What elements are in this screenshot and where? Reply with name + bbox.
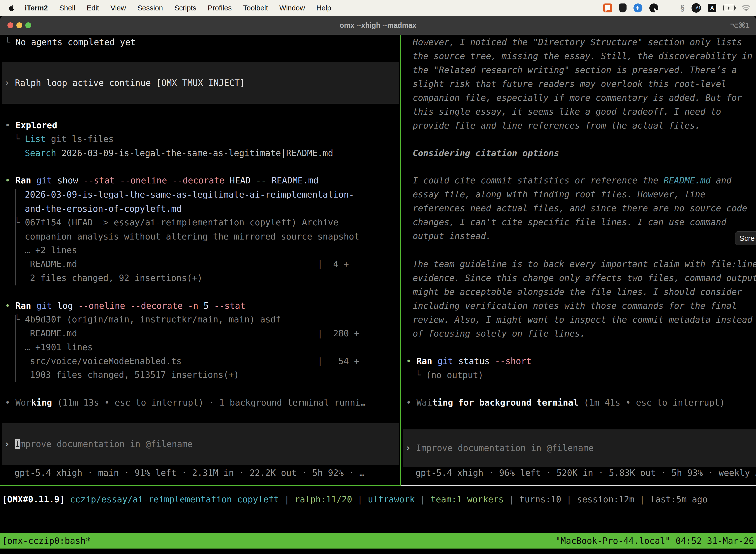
menu-item-session[interactable]: Session xyxy=(137,4,163,12)
right-chat-input[interactable]: › Improve documentation in @filename xyxy=(403,429,756,466)
keyboard-shield-icon[interactable] xyxy=(619,3,627,12)
reasoning-text-line: references need actual files, and since … xyxy=(413,201,747,215)
wifi-icon[interactable] xyxy=(742,4,751,11)
reasoning-text-line: changes, I can't cite specific file line… xyxy=(413,215,726,229)
diffstat-line: README.md | 4 + xyxy=(25,257,349,271)
menu-item-profiles[interactable]: Profiles xyxy=(208,4,232,12)
explored-header: • Explored xyxy=(5,118,57,132)
working-status-line: • Working (11m 13s • esc to interrupt) ·… xyxy=(5,396,366,410)
screen-tooltip-label: Scre xyxy=(739,234,755,242)
commit-line: └ 4b9d30f (origin/main, instructkr/main,… xyxy=(14,313,281,327)
reasoning-text-line: review. Also, I might want to inspect th… xyxy=(413,313,753,327)
left-chat-input[interactable]: › Improve documentation in @filename xyxy=(2,423,399,465)
reasoning-text-line: output instead. xyxy=(413,229,491,243)
ran-git-show-command: • Ran git show --stat --oneline --decora… xyxy=(5,173,318,188)
menu-item-iterm2[interactable]: iTerm2 xyxy=(25,4,48,12)
assistant-icon[interactable]: A xyxy=(708,4,716,12)
dots-grid-icon[interactable] xyxy=(665,4,674,12)
session-stats-line: gpt-5.4 xhigh · main · 91% left · 2.31M … xyxy=(14,466,365,480)
reasoning-text-line: The team guideline is to back every impo… xyxy=(413,257,756,271)
agents-status-line: └ No agents completed yet xyxy=(5,35,136,49)
reasoning-text-line: of focusing solely on file lines. xyxy=(413,327,585,341)
explored-list-line: └ List git ls-files xyxy=(14,132,114,146)
menu-item-scripts[interactable]: Scripts xyxy=(174,4,196,12)
ralph-injected-prompt: › Ralph loop active continue [OMX_TMUX_I… xyxy=(4,76,245,90)
explored-search-line: Search 2026-03-09-is-legal-the-same-as-l… xyxy=(25,146,333,160)
tmux-status-bar: [omx-cczip0:bash* "MacBook-Pro-44.local"… xyxy=(0,533,756,549)
ralph-injected-prompt-box: › Ralph loop active continue [OMX_TMUX_I… xyxy=(2,62,399,104)
window-title-bar: omx --xhigh --madmax ⌥⌘1 xyxy=(0,16,756,35)
window-shortcut-badge: ⌥⌘1 xyxy=(730,16,750,35)
reasoning-text-line: provide file and line references from th… xyxy=(413,119,700,133)
session-stats-line: gpt-5.4 xhigh · 96% left · 520K in · 5.8… xyxy=(416,466,756,480)
reasoning-text-line: However, I noticed the "Directory Struct… xyxy=(413,35,742,49)
apple-menu-icon[interactable] xyxy=(8,4,15,12)
left-chat-input-text[interactable]: › Improve documentation in @filename xyxy=(4,437,193,451)
tmux-host-clock: "MacBook-Pro-44.local" 04:52 31-Mar-26 xyxy=(555,536,754,546)
diffstat-line: README.md | 280 + xyxy=(25,326,359,340)
ran-git-log-command: • Ran git log --oneline --decorate -n 5 … xyxy=(5,299,245,313)
menu-bar: iTerm2ShellEditViewSessionScriptsProfile… xyxy=(0,0,756,16)
reasoning-text-line: evidence. Since this change only affects… xyxy=(413,271,756,285)
reasoning-text-line: the source tree, missing the essay. Stil… xyxy=(413,49,753,63)
menu-item-window[interactable]: Window xyxy=(279,4,305,12)
screen-tooltip: Scre xyxy=(735,231,756,245)
ran-git-status-command: • Ran git status --short xyxy=(406,354,531,368)
omx-status-line: [OMX#0.11.9] cczip/essay/ai-reimplementa… xyxy=(2,492,708,507)
reasoning-text-line: essay file, along with finding root file… xyxy=(413,187,705,202)
collapsed-lines-indicator: … +1901 lines xyxy=(25,340,93,354)
reasoning-text-line: the "Related research writing" section i… xyxy=(413,63,737,77)
screenshot-app-icon[interactable] xyxy=(603,3,612,12)
file-arg-line: and-the-erosion-of-copyleft.md xyxy=(25,202,182,216)
menu-item-shell[interactable]: Shell xyxy=(59,4,75,12)
menu-item-help[interactable]: Help xyxy=(316,4,331,12)
left-pane: › Ralph loop active continue [OMX_TMUX_I… xyxy=(0,35,400,486)
right-pane: › Improve documentation in @filename How… xyxy=(401,35,756,486)
command-output-line: └ (no output) xyxy=(416,368,484,382)
reasoning-text-line: including verification notes with those … xyxy=(413,299,737,313)
file-arg-line: 2026-03-09-is-legal-the-same-as-legitima… xyxy=(25,188,354,202)
menubar-status-icons: § ..61 A xyxy=(603,3,751,13)
menu-item-toolbelt[interactable]: Toolbelt xyxy=(243,4,268,12)
window-title: omx --xhigh --madmax xyxy=(0,16,756,35)
screenshot-root: iTerm2ShellEditViewSessionScriptsProfile… xyxy=(0,0,756,554)
diffstat-summary: 2 files changed, 92 insertions(+) xyxy=(25,271,202,285)
pie-chart-icon[interactable] xyxy=(649,3,658,12)
diffstat-summary: 1903 files changed, 513517 insertions(+) xyxy=(25,368,239,382)
percent-badge-icon[interactable]: ..61 xyxy=(692,3,701,13)
menu-item-view[interactable]: View xyxy=(110,4,126,12)
bolt-badge-icon[interactable] xyxy=(633,3,642,12)
battery-icon[interactable] xyxy=(723,5,735,11)
omx-status-bar: [OMX#0.11.9] cczip/essay/ai-reimplementa… xyxy=(0,486,756,533)
reasoning-text-line: this single essay, it seems like a good … xyxy=(413,105,721,119)
reasoning-text-line: I could cite commit statistics or refere… xyxy=(413,173,732,188)
squiggle-icon[interactable]: § xyxy=(680,3,685,13)
right-chat-input-text[interactable]: › Improve documentation in @filename xyxy=(405,441,594,455)
reasoning-heading: Considering citation options xyxy=(413,146,559,160)
reasoning-text-line: companion file, especially if more comme… xyxy=(413,91,742,105)
collapsed-lines-indicator: … +2 lines xyxy=(25,243,77,258)
reasoning-text-line: slight risk that future readers may over… xyxy=(413,77,726,91)
menu-items: iTerm2ShellEditViewSessionScriptsProfile… xyxy=(25,4,331,12)
diffstat-line: src/voice/voiceModeEnabled.ts | 54 + xyxy=(25,354,359,368)
output-guide-line xyxy=(15,189,16,285)
terminal-content: › Ralph loop active continue [OMX_TMUX_I… xyxy=(0,35,756,486)
commit-line: └ 067f154 (HEAD -> essay/ai-reimplementa… xyxy=(14,215,338,230)
reasoning-text-line: might be acceptable alongside the file l… xyxy=(413,285,742,299)
waiting-status-line: • Waiting for background terminal (1m 41… xyxy=(406,396,725,410)
tmux-session-label: [omx-cczip0:bash* xyxy=(2,536,91,546)
commit-message-line: companion analysis without altering the … xyxy=(25,230,359,244)
menu-item-edit[interactable]: Edit xyxy=(86,4,99,12)
